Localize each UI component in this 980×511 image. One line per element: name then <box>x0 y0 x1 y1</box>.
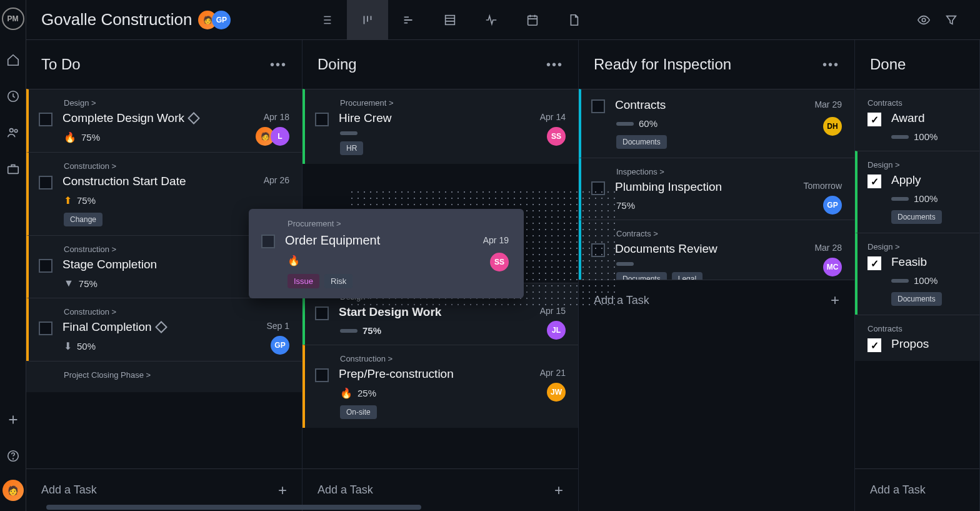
member-avatar[interactable]: GP <box>212 11 231 29</box>
task-card[interactable]: Procurement > Hire Crew HR Apr 14 SS <box>302 89 578 164</box>
task-assignees[interactable]: GP <box>827 196 842 215</box>
task-checkbox[interactable] <box>868 256 881 270</box>
column-menu-icon[interactable]: ••• <box>270 58 287 72</box>
breadcrumb: Inspections > <box>616 167 842 176</box>
dragging-card[interactable]: Procurement > Order Equipment 🔥 IssueRis… <box>249 209 524 298</box>
task-checkbox[interactable] <box>39 176 52 190</box>
task-progress: 60% <box>639 118 658 129</box>
horizontal-scrollbar[interactable] <box>46 505 980 511</box>
activity-view-icon[interactable] <box>471 0 512 40</box>
task-progress: 75% <box>79 278 98 289</box>
task-checkbox[interactable] <box>315 113 329 126</box>
task-card[interactable]: Design > Complete Design Work 🔥75% Apr 1… <box>26 89 302 152</box>
task-assignees[interactable]: MC <box>827 258 842 276</box>
task-tag: HR <box>340 141 363 155</box>
task-date: Apr 14 <box>540 112 566 122</box>
task-card[interactable]: Contracts 60% Documents Mar 29 DH <box>579 89 854 158</box>
flame-icon: 🔥 <box>288 255 300 266</box>
task-tag: Risk <box>324 274 352 288</box>
task-assignees[interactable]: 🧑L <box>259 127 289 146</box>
list-view-icon[interactable] <box>306 0 347 40</box>
task-date: Apr 21 <box>540 368 566 378</box>
left-sidebar: PM 🧑 <box>0 0 26 511</box>
task-date: Mar 29 <box>814 99 842 109</box>
task-tag: Issue <box>288 274 319 288</box>
sheet-view-icon[interactable] <box>429 0 471 40</box>
files-view-icon[interactable] <box>553 0 594 40</box>
task-checkbox[interactable] <box>261 235 275 248</box>
task-tag: On-site <box>340 405 377 419</box>
people-icon[interactable] <box>1 120 26 145</box>
flame-icon: 🔥 <box>64 131 76 143</box>
task-progress: 75% <box>77 195 96 206</box>
breadcrumb: Contracts <box>868 98 967 108</box>
task-assignees[interactable]: SS <box>494 253 509 271</box>
project-title: Govalle Construction <box>41 10 192 29</box>
user-avatar[interactable]: 🧑 <box>2 480 24 501</box>
task-checkbox[interactable] <box>591 99 605 113</box>
clock-icon[interactable] <box>1 84 26 109</box>
task-card[interactable]: Construction > Final Completion ⬇50% Sep… <box>26 298 302 361</box>
task-title: Apply <box>891 173 967 187</box>
board-view-icon[interactable] <box>347 0 388 40</box>
column-title: Doing <box>318 56 357 73</box>
milestone-icon <box>188 112 200 124</box>
task-card[interactable]: Design > Feasib 100% Documents <box>855 233 979 315</box>
progress-bar-icon <box>616 122 634 126</box>
briefcase-icon[interactable] <box>1 156 26 181</box>
task-title: Propos <box>891 337 967 351</box>
task-assignees[interactable]: JL <box>551 321 566 340</box>
task-tag: Documents <box>891 292 942 306</box>
task-checkbox[interactable] <box>39 259 52 273</box>
down-arrow-icon: ⬇ <box>64 340 72 352</box>
filter-icon[interactable] <box>938 6 965 34</box>
svg-rect-7 <box>528 16 538 25</box>
task-checkbox[interactable] <box>315 368 329 382</box>
task-title: Construction Start Date <box>62 175 289 188</box>
task-checkbox[interactable] <box>39 113 52 126</box>
task-card[interactable]: Contracts Award 100% <box>855 89 979 151</box>
column-menu-icon[interactable]: ••• <box>546 58 563 72</box>
task-checkbox[interactable] <box>868 338 881 352</box>
task-checkbox[interactable] <box>868 175 881 188</box>
add-task-button[interactable]: Add a Task+ <box>579 280 854 320</box>
app-logo[interactable]: PM <box>2 8 24 30</box>
task-card[interactable]: Construction > Prep/Pre-construction 🔥25… <box>302 345 578 428</box>
plus-icon: + <box>278 482 287 499</box>
task-assignees[interactable]: DH <box>827 117 842 136</box>
task-checkbox[interactable] <box>315 306 329 320</box>
task-card[interactable]: Contracts Propos <box>855 315 979 361</box>
task-date: Sep 1 <box>266 321 289 331</box>
task-tag: Documents <box>616 135 667 149</box>
column-title: Ready for Inspection <box>594 56 731 73</box>
task-progress: 75% <box>81 132 100 143</box>
task-checkbox[interactable] <box>39 321 52 335</box>
column-done: Done Contracts Award 100% Design > Apply… <box>855 40 980 511</box>
home-icon[interactable] <box>1 48 26 73</box>
column-menu-icon[interactable]: ••• <box>822 58 839 72</box>
up-arrow-icon: ⬆ <box>64 195 72 206</box>
help-icon[interactable] <box>1 443 26 468</box>
breadcrumb: Construction > <box>64 307 289 316</box>
task-assignees[interactable]: SS <box>551 127 566 146</box>
breadcrumb: Contracts > <box>616 229 842 238</box>
calendar-view-icon[interactable] <box>512 0 553 40</box>
breadcrumb: Design > <box>868 242 967 251</box>
task-card[interactable]: Contracts > Documents Review DocumentsLe… <box>579 220 854 280</box>
task-card[interactable]: Design > Apply 100% Documents <box>855 151 979 233</box>
task-progress: 100% <box>914 193 938 204</box>
gantt-view-icon[interactable] <box>388 0 429 40</box>
visibility-icon[interactable] <box>910 6 938 34</box>
breadcrumb: Construction > <box>340 354 566 363</box>
task-date: Mar 28 <box>814 243 842 253</box>
task-assignees[interactable]: GP <box>274 336 289 355</box>
task-title: Feasib <box>891 255 967 269</box>
task-title: Contracts <box>615 98 842 112</box>
task-checkbox[interactable] <box>868 113 881 126</box>
task-card[interactable]: Inspections > Plumbing Inspection 75% To… <box>579 158 854 220</box>
task-assignees[interactable]: JW <box>551 383 566 402</box>
add-icon[interactable] <box>1 407 26 432</box>
task-date: Apr 18 <box>264 112 289 122</box>
task-card[interactable]: Project Closing Phase > <box>26 361 302 392</box>
project-members[interactable]: 🧑 GP <box>203 11 231 29</box>
